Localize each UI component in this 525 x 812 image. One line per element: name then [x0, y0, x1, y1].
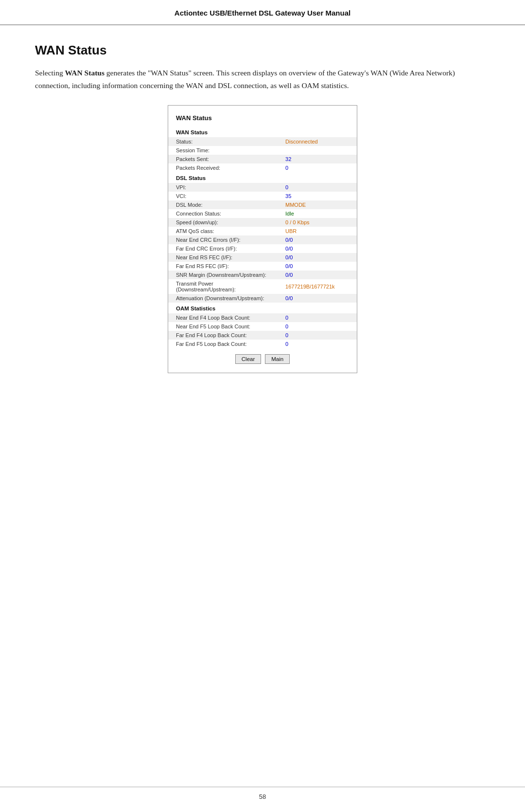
table-row: Packets Sent:32: [168, 155, 357, 163]
row-label: DSL Mode:: [168, 200, 278, 209]
row-label: VPI:: [168, 183, 278, 192]
header-title: Actiontec USB/Ethernet DSL Gateway User …: [175, 9, 350, 17]
table-row: Transmit Power (Downstream/Upstream):167…: [168, 279, 357, 294]
table-row: SNR Margin (Downstream/Upstream):0/0: [168, 271, 357, 279]
oam-table: Near End F4 Loop Back Count:0Near End F5…: [168, 313, 357, 348]
row-value: 0/0: [278, 262, 357, 271]
row-label: Speed (down/up):: [168, 218, 278, 227]
row-label: Far End F5 Loop Back Count:: [168, 340, 278, 348]
page-number: 58: [259, 793, 266, 800]
row-value: [278, 146, 357, 155]
dsl-status-section-label: DSL Status: [168, 172, 357, 183]
row-value: 32: [278, 155, 357, 163]
table-row: ATM QoS class:UBR: [168, 227, 357, 235]
row-value: 0 / 0 Kbps: [278, 218, 357, 227]
table-row: Near End F5 Loop Back Count:0: [168, 322, 357, 331]
row-value: 35: [278, 192, 357, 200]
table-row: VPI:0: [168, 183, 357, 192]
row-label: Far End RS FEC (I/F):: [168, 262, 278, 271]
intro-paragraph: Selecting WAN Status generates the "WAN …: [35, 67, 490, 91]
table-row: Packets Received:0: [168, 163, 357, 172]
row-label: ATM QoS class:: [168, 227, 278, 235]
row-label: Near End F4 Loop Back Count:: [168, 313, 278, 322]
row-value: 0: [278, 163, 357, 172]
page-footer: 58: [0, 787, 525, 800]
row-value: 0/0: [278, 244, 357, 253]
row-label: SNR Margin (Downstream/Upstream):: [168, 271, 278, 279]
row-label: Near End RS FEC (I/F):: [168, 253, 278, 262]
row-label: Transmit Power (Downstream/Upstream):: [168, 279, 278, 294]
row-value: 1677219B/1677721k: [278, 279, 357, 294]
table-row: Far End RS FEC (I/F):0/0: [168, 262, 357, 271]
table-row: Connection Status:Idle: [168, 209, 357, 218]
oam-section-label: OAM Statistics: [168, 303, 357, 313]
table-row: Attenuation (Downstream/Upstream):0/0: [168, 294, 357, 303]
row-value: 0: [278, 331, 357, 340]
table-row: VCI:35: [168, 192, 357, 200]
button-row: Clear Main: [168, 348, 357, 366]
row-value: MMODE: [278, 200, 357, 209]
row-label: Attenuation (Downstream/Upstream):: [168, 294, 278, 303]
table-row: Far End F4 Loop Back Count:0: [168, 331, 357, 340]
row-label: Near End F5 Loop Back Count:: [168, 322, 278, 331]
row-label: VCI:: [168, 192, 278, 200]
row-value: 0/0: [278, 294, 357, 303]
row-value: 0: [278, 322, 357, 331]
table-row: Near End CRC Errors (I/F):0/0: [168, 235, 357, 244]
row-value: Disconnected: [278, 137, 357, 146]
wan-status-table: Status:DisconnectedSession Time:Packets …: [168, 137, 357, 172]
table-row: Near End RS FEC (I/F):0/0: [168, 253, 357, 262]
row-value: 0/0: [278, 271, 357, 279]
table-row: DSL Mode:MMODE: [168, 200, 357, 209]
table-row: Near End F4 Loop Back Count:0: [168, 313, 357, 322]
intro-bold: WAN Status: [65, 69, 105, 77]
table-row: Speed (down/up):0 / 0 Kbps: [168, 218, 357, 227]
table-row: Far End F5 Loop Back Count:0: [168, 340, 357, 348]
row-value: UBR: [278, 227, 357, 235]
row-label: Connection Status:: [168, 209, 278, 218]
wan-status-box: WAN Status WAN Status Status:Disconnecte…: [168, 105, 357, 373]
row-label: Far End CRC Errors (I/F):: [168, 244, 278, 253]
dsl-status-table: VPI:0VCI:35DSL Mode:MMODEConnection Stat…: [168, 183, 357, 303]
section-heading: WAN Status: [35, 43, 490, 58]
row-value: 0: [278, 313, 357, 322]
row-value: Idle: [278, 209, 357, 218]
clear-button[interactable]: Clear: [235, 354, 261, 364]
row-label: Session Time:: [168, 146, 278, 155]
main-button[interactable]: Main: [265, 354, 290, 364]
page-header: Actiontec USB/Ethernet DSL Gateway User …: [0, 0, 525, 25]
table-row: Far End CRC Errors (I/F):0/0: [168, 244, 357, 253]
row-value: 0/0: [278, 253, 357, 262]
row-label: Far End F4 Loop Back Count:: [168, 331, 278, 340]
row-value: 0: [278, 183, 357, 192]
row-label: Status:: [168, 137, 278, 146]
wan-box-title: WAN Status: [168, 112, 357, 126]
table-row: Status:Disconnected: [168, 137, 357, 146]
page-content: WAN Status Selecting WAN Status generate…: [0, 25, 525, 402]
row-value: 0/0: [278, 235, 357, 244]
table-row: Session Time:: [168, 146, 357, 155]
row-value: 0: [278, 340, 357, 348]
row-label: Near End CRC Errors (I/F):: [168, 235, 278, 244]
row-label: Packets Sent:: [168, 155, 278, 163]
row-label: Packets Received:: [168, 163, 278, 172]
wan-status-section-label: WAN Status: [168, 126, 357, 137]
